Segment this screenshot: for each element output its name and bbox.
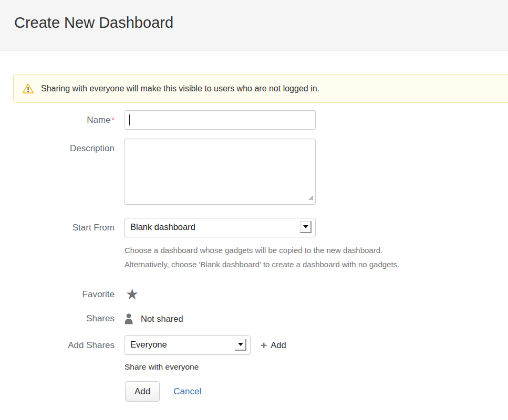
description-label: Description — [13, 139, 125, 154]
shares-status: Not shared — [125, 313, 183, 324]
create-dashboard-page: Create New Dashboard Sharing with everyo… — [0, 0, 508, 420]
favorite-label: Favorite — [13, 289, 125, 300]
shares-label: Shares — [13, 313, 125, 324]
add-share-button[interactable]: + Add — [261, 340, 286, 351]
start-from-help-line2: Alternatively, choose 'Blank dashboard' … — [125, 257, 508, 271]
start-from-label: Start From — [13, 218, 125, 234]
start-from-selected-value: Blank dashboard — [130, 222, 195, 232]
shares-row: Shares Not shared — [13, 313, 508, 324]
name-label: Name* — [13, 110, 125, 126]
cancel-link[interactable]: Cancel — [173, 386, 201, 397]
add-shares-selected-value: Everyone — [130, 340, 167, 349]
start-from-row: Start From Blank dashboard — [13, 218, 508, 237]
warning-triangle-icon — [22, 83, 34, 94]
page-header: Create New Dashboard — [0, 0, 508, 50]
shares-status-text: Not shared — [141, 314, 183, 324]
person-icon — [125, 313, 133, 324]
name-input[interactable] — [125, 110, 316, 130]
chevron-down-icon — [300, 221, 312, 233]
description-row: Description — [13, 139, 508, 207]
warning-message: Sharing with everyone will make this vis… — [41, 84, 319, 93]
add-shares-select[interactable]: Everyone — [125, 335, 251, 355]
add-share-button-label: Add — [271, 340, 286, 350]
add-shares-help: Share with everyone — [125, 362, 508, 372]
favorite-row: Favorite ★ — [13, 287, 508, 302]
name-row: Name* — [13, 110, 508, 130]
add-button[interactable]: Add — [125, 381, 160, 402]
plus-icon: + — [261, 340, 267, 351]
text-caret — [129, 114, 130, 125]
warning-banner: Sharing with everyone will make this vis… — [13, 74, 508, 103]
required-indicator: * — [112, 116, 115, 124]
add-shares-row: Add Shares Everyone + Add — [13, 335, 508, 355]
form-actions: Add Cancel — [125, 381, 508, 402]
start-from-help-line1: Choose a dashboard whose gadgets will be… — [125, 243, 508, 257]
description-textarea[interactable] — [125, 139, 316, 205]
chevron-down-icon — [235, 339, 246, 351]
add-shares-label: Add Shares — [13, 335, 125, 351]
favorite-star-icon[interactable]: ★ — [126, 287, 139, 302]
start-from-select[interactable]: Blank dashboard — [125, 218, 316, 237]
start-from-help: Choose a dashboard whose gadgets will be… — [125, 243, 508, 271]
page-title: Create New Dashboard — [14, 14, 508, 32]
